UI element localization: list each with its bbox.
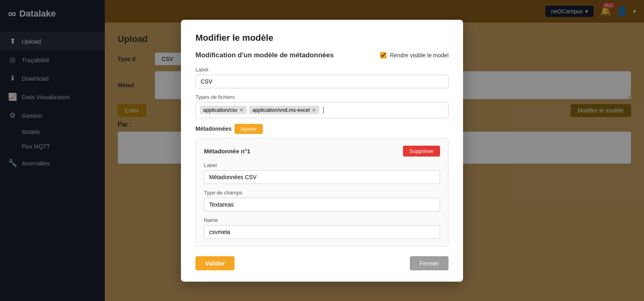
main-area: neOCampus ▾ 🔔 2512 👤 ▾ Upload Type d CSV (105, 0, 644, 301)
modal-file-types-label: Types de fichiers (195, 94, 449, 100)
metadata-name-label: Name (204, 217, 440, 223)
modal-subtitle: Modification d'un modèle de métadonnées (195, 51, 334, 59)
validate-button[interactable]: Valider (195, 256, 235, 270)
close-button[interactable]: Fermer (410, 256, 449, 270)
metadata-name-input[interactable] (204, 225, 440, 239)
visible-checkbox-row: Rendre visible le model (380, 52, 449, 59)
delete-metadata-button[interactable]: Supprimer (403, 146, 440, 157)
modal-subtitle-row: Modification d'un modèle de métadonnées … (195, 51, 449, 59)
metadata-label-row-inner: Label (204, 162, 440, 190)
modal: Modifier le modèle Modification d'un mod… (181, 20, 463, 282)
modal-title: Modifier le modèle (195, 33, 449, 43)
metadata-name-row: Name (204, 217, 440, 239)
modal-overlay: Modifier le modèle Modification d'un mod… (0, 0, 644, 301)
modal-file-types-field: Types de fichiers application/csv ✕ appl… (195, 94, 449, 118)
modal-label-input[interactable] (195, 75, 449, 88)
modal-footer: Valider Fermer (195, 256, 449, 270)
modal-file-types-input[interactable]: application/csv ✕ application/vnd.ms-exc… (195, 102, 449, 118)
tag-remove-vnd[interactable]: ✕ (312, 107, 316, 113)
visible-checkbox[interactable] (380, 52, 386, 59)
modal-label-field: Label (195, 67, 449, 94)
metadata-card-header: Métadonnée n°1 Supprimer (204, 146, 440, 157)
metadata-type-row: Type de champs (204, 190, 440, 217)
metadata-card-1: Métadonnée n°1 Supprimer Label Type de c… (195, 138, 449, 247)
visible-checkbox-label: Rendre visible le model (390, 52, 449, 59)
tag-application-vnd: application/vnd.ms-excel ✕ (249, 106, 319, 114)
metadata-label-input[interactable] (204, 170, 440, 184)
tag-application-csv: application/csv ✕ (200, 106, 247, 114)
metadata-type-input[interactable] (204, 198, 440, 211)
metadata-label-row: Métadonnées Ajouter (195, 124, 449, 134)
add-metadata-button[interactable]: Ajouter (235, 124, 262, 134)
metadata-type-label: Type de champs (204, 190, 440, 196)
tag-remove-csv[interactable]: ✕ (239, 107, 243, 113)
metadata-label-label: Label (204, 162, 440, 168)
modal-label-field-label: Label (195, 67, 449, 73)
metadata-card-title: Métadonnée n°1 (204, 148, 250, 155)
tags-cursor (323, 107, 324, 114)
metadata-section-label: Métadonnées (195, 125, 231, 132)
